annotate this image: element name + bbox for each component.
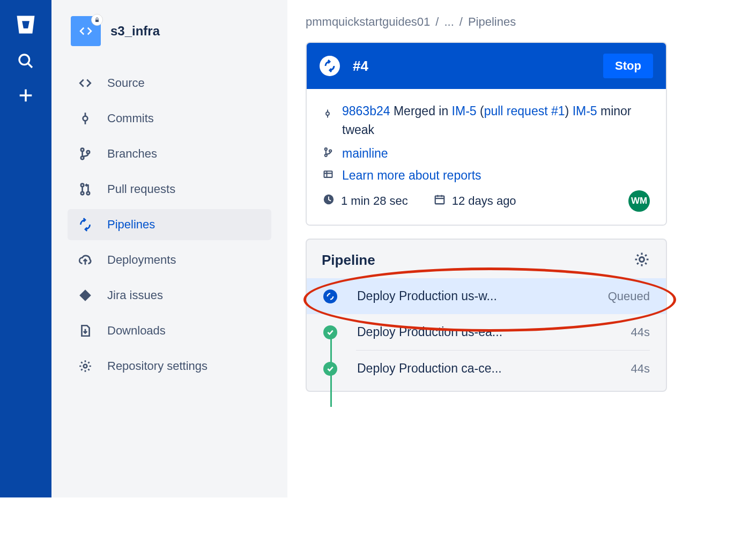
svg-point-31 [640,257,644,262]
pipeline-step[interactable]: Deploy Production us-w... Queued [307,278,666,314]
create-icon[interactable] [16,86,35,105]
reports-link[interactable]: Learn more about reports [342,168,481,183]
pipelines-icon [78,218,92,232]
pipeline-steps: Deploy Production us-w... Queued Deploy … [307,278,666,387]
step-name: Deploy Production us-ea... [357,325,631,339]
repo-name: s3_infra [110,24,160,39]
commit-icon [78,112,92,125]
commit-issue-link[interactable]: IM-5 [573,104,597,118]
lock-icon [91,14,103,26]
avatar[interactable]: WM [628,190,650,212]
repo-header[interactable]: s3_infra [71,16,271,46]
success-status-icon [323,325,337,339]
sidebar-item-label: Commits [107,112,154,125]
build-header: #4 Stop [307,43,666,89]
step-status-text: Queued [608,289,650,303]
branch-icon [78,147,92,161]
sidebar: s3_infra Source Commits Branches Pull re… [51,0,287,497]
branch-link[interactable]: mainline [342,146,388,161]
running-status-icon [323,289,337,303]
commit-hash-link[interactable]: 9863b24 [342,104,390,118]
sidebar-item-label: Jira issues [107,288,163,302]
sidebar-item-branches[interactable]: Branches [68,138,271,169]
sidebar-item-label: Pull requests [107,182,175,196]
step-name: Deploy Production us-w... [357,289,608,303]
gear-icon[interactable] [634,251,651,269]
svg-point-16 [84,365,87,368]
branch-icon [323,146,333,161]
sidebar-item-label: Branches [107,147,157,161]
step-duration: 44s [631,362,650,376]
timestamp: 12 days ago [452,194,516,208]
build-body: 9863b24 Merged in IM-5 (pull request #1)… [307,89,666,225]
main-content: pmmquickstartguides01 / ... / Pipelines … [287,0,685,497]
running-icon [320,56,340,76]
commit-icon [323,105,333,124]
breadcrumb: pmmquickstartguides01 / ... / Pipelines [306,15,667,29]
code-icon [78,76,92,90]
pipeline-step[interactable]: Deploy Production us-ea... 44s [307,314,666,350]
svg-point-0 [19,55,29,65]
reports-line: Learn more about reports [323,168,650,183]
commit-branch-link[interactable]: IM-5 [452,104,477,118]
sidebar-item-deployments[interactable]: Deployments [68,244,271,276]
sidebar-item-label: Deployments [107,253,176,267]
svg-point-5 [83,116,88,121]
pipeline-panel: Pipeline Deploy Production us-w... Queue… [306,239,667,392]
jira-icon [78,288,92,302]
pull-request-icon [78,182,92,196]
build-panel: #4 Stop 9863b24 Merged in IM-5 (pull req… [306,42,667,226]
repo-icon [71,16,101,46]
sidebar-item-repository-settings[interactable]: Repository settings [68,351,271,382]
svg-rect-23 [324,171,332,177]
commit-line: 9863b24 Merged in IM-5 (pull request #1)… [323,102,650,139]
commit-text: 9863b24 Merged in IM-5 (pull request #1)… [342,102,650,139]
svg-point-13 [87,192,90,195]
sidebar-item-label: Pipelines [107,218,155,232]
step-name: Deploy Production ca-ce... [357,361,631,376]
sidebar-item-pull-requests[interactable]: Pull requests [68,174,271,205]
svg-point-22 [329,150,331,152]
svg-point-12 [81,192,84,195]
breadcrumb-current: Pipelines [468,15,516,29]
svg-point-20 [325,148,327,150]
svg-point-11 [81,184,84,187]
sidebar-item-source[interactable]: Source [68,68,271,99]
search-icon[interactable] [16,51,35,71]
breadcrumb-separator: / [435,15,439,29]
build-number: #4 [353,58,603,75]
sidebar-item-label: Downloads [107,324,166,338]
success-status-icon [323,362,337,376]
svg-point-8 [81,148,84,151]
reports-icon [323,168,333,183]
download-icon [78,324,92,338]
calendar-icon [434,194,446,209]
bitbucket-logo[interactable] [14,13,38,36]
pipeline-step[interactable]: Deploy Production ca-ce... 44s [307,351,666,387]
cloud-upload-icon [78,253,92,267]
commit-pr-link[interactable]: pull request #1 [484,104,565,118]
stop-button[interactable]: Stop [603,54,653,78]
sidebar-item-label: Source [107,76,145,90]
global-nav [0,0,51,497]
step-duration: 44s [631,325,650,339]
svg-rect-4 [95,20,99,23]
gear-icon [78,359,92,373]
breadcrumb-ellipsis[interactable]: ... [444,15,454,29]
breadcrumb-separator: / [459,15,463,29]
svg-rect-27 [435,196,444,204]
svg-point-17 [326,112,329,115]
breadcrumb-workspace[interactable]: pmmquickstartguides01 [306,15,430,29]
clock-icon [323,194,335,209]
sidebar-item-downloads[interactable]: Downloads [68,315,271,346]
sidebar-item-label: Repository settings [107,359,207,373]
pipeline-header: Pipeline [307,240,666,278]
svg-point-10 [87,151,90,153]
sidebar-item-pipelines[interactable]: Pipelines [68,209,271,240]
sidebar-nav: Source Commits Branches Pull requests Pi… [68,68,271,382]
svg-line-1 [28,63,32,68]
duration: 1 min 28 sec [341,194,408,208]
sidebar-item-jira-issues[interactable]: Jira issues [68,280,271,311]
meta-line: 1 min 28 sec 12 days ago WM [323,190,650,212]
sidebar-item-commits[interactable]: Commits [68,103,271,134]
